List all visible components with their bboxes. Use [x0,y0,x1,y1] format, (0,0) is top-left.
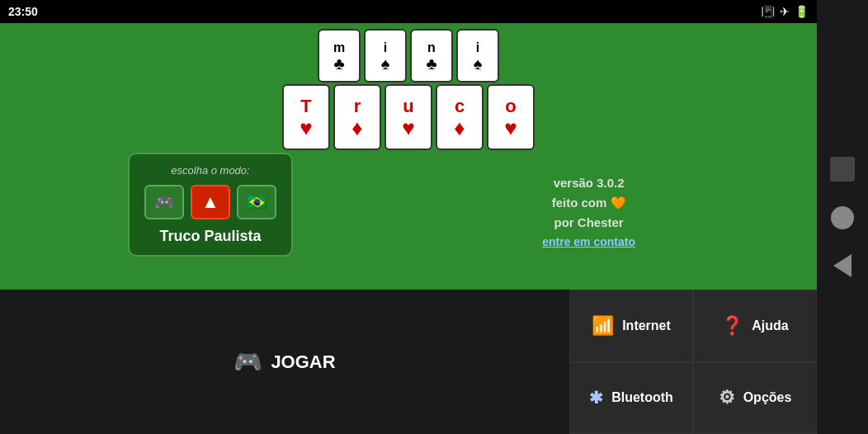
version-text: versão 3.0.2 [542,173,635,193]
version-info: versão 3.0.2 feito com 🧡 por Chester ent… [542,173,635,251]
card-n: n ♣ [410,29,453,83]
card-m: m ♣ [318,29,361,83]
side-square-button[interactable] [830,157,855,182]
gear-icon: ⚙ [719,387,735,408]
opcoes-label: Opções [743,390,792,405]
card-T: T ♥ [282,84,330,150]
bottom-area: 🎮 JOGAR 📶 Internet ❓ Ajuda ✱ Bluetooth ⚙… [0,290,817,434]
mini-row: m ♣ i ♠ n ♣ i ♠ [318,29,499,83]
logo-area: m ♣ i ♠ n ♣ i ♠ T ♥ r ♦ [282,29,535,150]
jogar-icon: 🎮 [234,348,262,375]
internet-label: Internet [622,318,671,333]
author-text: por Chester [542,213,635,233]
help-icon: ❓ [721,315,743,337]
card-r: r ♦ [333,84,381,150]
side-panel [817,0,868,434]
wifi-icon: 📶 [592,315,614,337]
triangle-icon: ▲ [201,191,219,213]
truco-row: T ♥ r ♦ u ♥ c ♦ o ♥ [282,84,535,150]
made-with-text: feito com 🧡 [542,193,635,213]
bluetooth-button[interactable]: ✱ Bluetooth [569,362,693,435]
airplane-icon: ✈ [780,5,790,18]
mode-btn-controller[interactable]: 🎮 [144,185,184,219]
controller-icon: 🎮 [154,192,175,212]
mode-buttons: 🎮 ▲ 🇧🇷 [143,185,278,219]
mode-selector: escolha o modo: 🎮 ▲ 🇧🇷 Truco Paulista [128,153,293,257]
side-circle-button[interactable] [831,206,854,229]
internet-button[interactable]: 📶 Internet [569,290,693,362]
mode-btn-brazil[interactable]: 🇧🇷 [237,185,276,219]
mode-btn-triangle[interactable]: ▲ [191,185,230,219]
ajuda-label: Ajuda [752,318,788,333]
brazil-icon: 🇧🇷 [247,192,267,212]
status-bar: 23:50 📳 ✈ 🔋 [0,0,817,23]
ajuda-button[interactable]: ❓ Ajuda [693,290,817,362]
card-o: o ♥ [487,84,535,150]
jogar-button[interactable]: 🎮 JOGAR [234,348,335,375]
mode-label: escolha o modo: [143,164,278,177]
jogar-label: JOGAR [271,351,335,373]
jogar-section[interactable]: 🎮 JOGAR [0,290,569,434]
card-c: c ♦ [436,84,484,150]
main-area: m ♣ i ♠ n ♣ i ♠ T ♥ r ♦ [0,0,817,434]
vibrate-icon: 📳 [761,5,775,18]
card-i2: i ♠ [456,29,499,83]
mode-name: Truco Paulista [143,228,278,245]
card-i1: i ♠ [364,29,407,83]
status-icons: 📳 ✈ 🔋 [761,5,809,18]
contact-link[interactable]: entre em contato [542,233,635,251]
opcoes-button[interactable]: ⚙ Opções [693,362,817,435]
right-buttons: 📶 Internet ❓ Ajuda ✱ Bluetooth ⚙ Opções [569,290,817,434]
side-arrow-button[interactable] [833,254,851,277]
battery-icon: 🔋 [795,5,809,18]
card-u: u ♥ [384,84,432,150]
bluetooth-icon: ✱ [589,388,603,408]
status-time: 23:50 [8,5,38,18]
bluetooth-label: Bluetooth [611,390,673,405]
